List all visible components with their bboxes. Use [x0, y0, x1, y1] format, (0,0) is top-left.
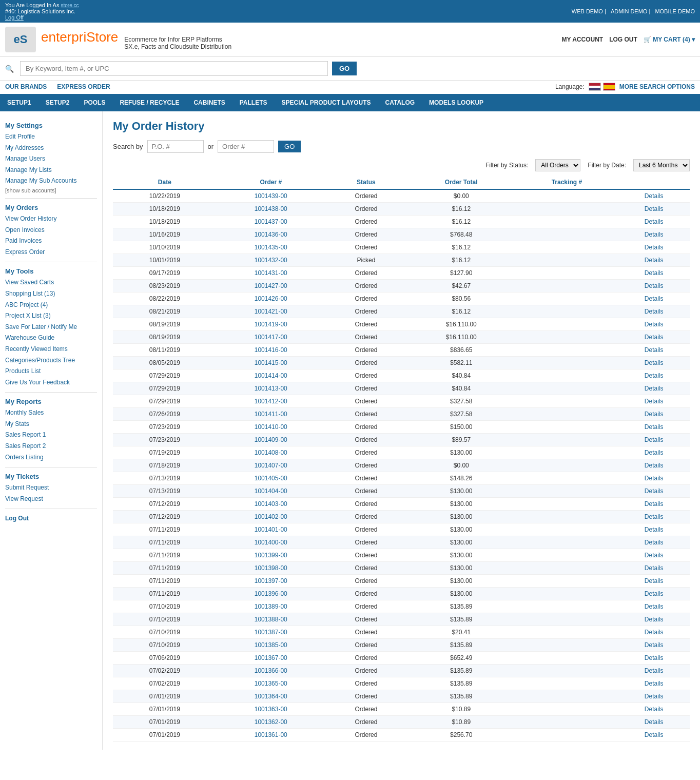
- order-link[interactable]: 1001439-00: [255, 192, 287, 200]
- my-account-link[interactable]: MY ACCOUNT: [562, 36, 604, 43]
- details-link[interactable]: Details: [645, 462, 664, 469]
- sidebar-give-feedback[interactable]: Give Us Your Feedback: [5, 377, 97, 388]
- web-demo-link[interactable]: WEB DEMO: [572, 8, 603, 14]
- details-link[interactable]: Details: [645, 257, 664, 264]
- order-link[interactable]: 1001363-00: [255, 706, 287, 713]
- details-link[interactable]: Details: [645, 654, 664, 661]
- details-link[interactable]: Details: [645, 423, 664, 431]
- details-link[interactable]: Details: [645, 564, 664, 572]
- sidebar-my-addresses[interactable]: My Addresses: [5, 143, 97, 154]
- sidebar-save-for-later[interactable]: Save For Later / Notify Me: [5, 322, 97, 333]
- order-link[interactable]: 1001388-00: [255, 616, 287, 623]
- details-link[interactable]: Details: [645, 231, 664, 238]
- sidebar-monthly-sales[interactable]: Monthly Sales: [5, 407, 97, 419]
- nav-setup2[interactable]: SETUP2: [38, 94, 77, 111]
- our-brands-link[interactable]: OUR BRANDS: [5, 83, 47, 90]
- sidebar-submit-request[interactable]: Submit Request: [5, 482, 97, 494]
- order-link[interactable]: 1001421-00: [255, 308, 287, 315]
- nav-cabinets[interactable]: CABINETS: [186, 94, 232, 111]
- log-out-header-link[interactable]: LOG OUT: [609, 36, 637, 43]
- order-link[interactable]: 1001401-00: [255, 526, 287, 533]
- details-link[interactable]: Details: [645, 526, 664, 533]
- order-link[interactable]: 1001414-00: [255, 372, 287, 379]
- sidebar-show-sub[interactable]: [show sub accounts]: [5, 187, 56, 193]
- sidebar-manage-users[interactable]: Manage Users: [5, 153, 97, 165]
- order-search-input[interactable]: [218, 140, 274, 153]
- details-link[interactable]: Details: [645, 192, 664, 200]
- sidebar-view-order-history[interactable]: View Order History: [5, 213, 97, 225]
- details-link[interactable]: Details: [645, 449, 664, 456]
- us-flag[interactable]: [589, 83, 601, 91]
- search-go-button[interactable]: GO: [332, 62, 357, 75]
- order-link[interactable]: 1001436-00: [255, 231, 287, 238]
- order-link[interactable]: 1001402-00: [255, 513, 287, 520]
- sidebar-sales-report-2[interactable]: Sales Report 2: [5, 441, 97, 452]
- details-link[interactable]: Details: [645, 308, 664, 315]
- order-link[interactable]: 1001365-00: [255, 680, 287, 687]
- details-link[interactable]: Details: [645, 552, 664, 559]
- sidebar-open-invoices[interactable]: Open Invoices: [5, 225, 97, 236]
- details-link[interactable]: Details: [645, 680, 664, 687]
- sidebar-paid-invoices[interactable]: Paid Invoices: [5, 236, 97, 247]
- details-link[interactable]: Details: [645, 577, 664, 584]
- search-input[interactable]: [20, 61, 328, 76]
- order-link[interactable]: 1001404-00: [255, 488, 287, 495]
- order-link[interactable]: 1001367-00: [255, 654, 287, 661]
- order-link[interactable]: 1001400-00: [255, 539, 287, 546]
- details-link[interactable]: Details: [645, 385, 664, 392]
- sidebar-warehouse-guide[interactable]: Warehouse Guide: [5, 333, 97, 344]
- order-link[interactable]: 1001435-00: [255, 244, 287, 251]
- store-link[interactable]: store.cc: [61, 3, 79, 8]
- details-link[interactable]: Details: [645, 321, 664, 328]
- mobile-demo-link[interactable]: MOBILE DEMO: [655, 8, 695, 14]
- details-link[interactable]: Details: [645, 269, 664, 277]
- details-link[interactable]: Details: [645, 244, 664, 251]
- order-link[interactable]: 1001405-00: [255, 475, 287, 482]
- nav-special-product-layouts[interactable]: SPECIAL PRODUCT LAYOUTS: [275, 94, 378, 111]
- order-link[interactable]: 1001403-00: [255, 500, 287, 508]
- sidebar-abc-project[interactable]: ABC Project (4): [5, 300, 97, 311]
- details-link[interactable]: Details: [645, 590, 664, 597]
- sidebar-view-saved-carts[interactable]: View Saved Carts: [5, 277, 97, 288]
- details-link[interactable]: Details: [645, 616, 664, 623]
- details-link[interactable]: Details: [645, 693, 664, 700]
- nav-setup1[interactable]: SETUP1: [0, 94, 38, 111]
- details-link[interactable]: Details: [645, 436, 664, 443]
- details-link[interactable]: Details: [645, 641, 664, 649]
- order-link[interactable]: 1001397-00: [255, 577, 287, 584]
- sidebar-manage-sub-accounts[interactable]: Manage My Sub Accounts: [5, 176, 97, 187]
- sidebar-categories-products-tree[interactable]: Categories/Products Tree: [5, 355, 97, 366]
- order-link[interactable]: 1001416-00: [255, 346, 287, 354]
- details-link[interactable]: Details: [645, 488, 664, 495]
- details-link[interactable]: Details: [645, 334, 664, 341]
- details-link[interactable]: Details: [645, 346, 664, 354]
- sidebar-my-stats[interactable]: My Stats: [5, 419, 97, 430]
- nav-catalog[interactable]: CATALOG: [378, 94, 422, 111]
- order-link[interactable]: 1001408-00: [255, 449, 287, 456]
- admin-demo-link[interactable]: ADMIN DEMO: [611, 8, 648, 14]
- sidebar-logout[interactable]: Log Out: [5, 513, 97, 524]
- order-link[interactable]: 1001396-00: [255, 590, 287, 597]
- order-link[interactable]: 1001385-00: [255, 641, 287, 649]
- order-link[interactable]: 1001409-00: [255, 436, 287, 443]
- sidebar-recently-viewed[interactable]: Recently Viewed Items: [5, 344, 97, 355]
- order-link[interactable]: 1001431-00: [255, 269, 287, 277]
- cart-link[interactable]: 🛒 MY CART (4) ▾: [644, 36, 695, 43]
- details-link[interactable]: Details: [645, 500, 664, 508]
- order-link[interactable]: 1001415-00: [255, 359, 287, 366]
- order-link[interactable]: 1001410-00: [255, 423, 287, 431]
- es-flag[interactable]: [603, 83, 615, 91]
- sidebar-manage-my-lists[interactable]: Manage My Lists: [5, 165, 97, 176]
- nav-models-lookup[interactable]: MODELS LOOKUP: [422, 94, 491, 111]
- details-link[interactable]: Details: [645, 218, 664, 225]
- nav-pools[interactable]: POOLS: [76, 94, 112, 111]
- filter-date-select[interactable]: Last 6 Months Last Month Last 3 Months L…: [633, 159, 690, 171]
- details-link[interactable]: Details: [645, 372, 664, 379]
- order-link[interactable]: 1001411-00: [255, 411, 287, 418]
- details-link[interactable]: Details: [645, 475, 664, 482]
- order-link[interactable]: 1001417-00: [255, 334, 287, 341]
- order-link[interactable]: 1001387-00: [255, 629, 287, 636]
- sidebar-project-x-list[interactable]: Project X List (3): [5, 310, 97, 322]
- order-link[interactable]: 1001407-00: [255, 462, 287, 469]
- po-search-input[interactable]: [147, 140, 204, 153]
